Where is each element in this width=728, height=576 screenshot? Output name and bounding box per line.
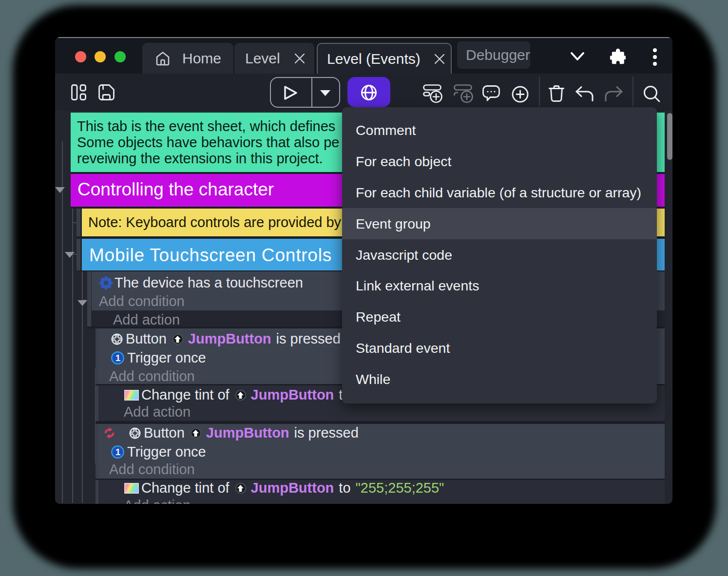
svg-text:1: 1 (115, 353, 121, 363)
svg-text:1: 1 (115, 447, 121, 457)
